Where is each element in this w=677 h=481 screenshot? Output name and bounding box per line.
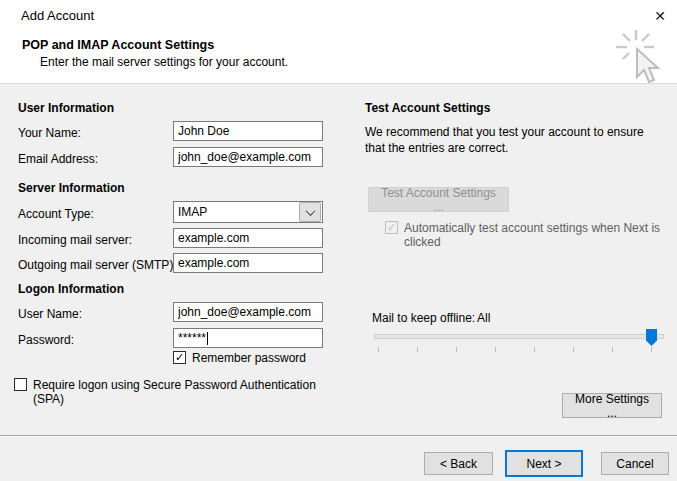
email-address-input[interactable] [173,147,323,167]
user-information-heading: User Information [18,101,114,115]
user-name-input[interactable] [173,302,323,322]
incoming-server-input[interactable] [173,228,323,248]
mail-offline-label: Mail to keep offline: [372,311,475,325]
spa-checkbox[interactable]: Require logon using Secure Password Auth… [14,378,344,406]
slider-ticks [378,347,652,352]
outgoing-server-label: Outgoing mail server (SMTP): [18,258,177,272]
outgoing-server-input[interactable] [173,253,323,273]
window-title: Add Account [21,8,94,23]
slider-thumb[interactable] [646,329,657,346]
account-type-select[interactable]: IMAP [173,201,323,223]
password-label: Password: [18,333,74,347]
incoming-server-label: Incoming mail server: [18,233,132,247]
add-account-dialog: Add Account ✕ POP and IMAP Account Setti… [0,0,677,481]
footer-highlight [0,436,677,437]
offline-slider[interactable] [374,326,664,352]
close-icon[interactable]: ✕ [648,4,672,28]
test-account-settings-heading: Test Account Settings [365,101,490,115]
email-address-label: Email Address: [18,152,98,166]
logon-information-heading: Logon Information [18,282,124,296]
remember-password-label: Remember password [192,351,306,365]
page-subtitle: Enter the mail server settings for your … [40,55,288,69]
chevron-down-icon[interactable] [299,202,321,222]
password-value: ****** [178,331,206,345]
account-type-label: Account Type: [18,207,94,221]
spa-checkbox-label: Require logon using Secure Password Auth… [33,378,333,406]
your-name-label: Your Name: [18,126,81,140]
password-input[interactable]: ****** [173,328,323,348]
next-button[interactable]: Next > [505,450,583,477]
mail-offline-value: All [477,311,490,325]
remember-password-checkbox[interactable]: ✓ Remember password [173,351,306,365]
server-information-heading: Server Information [18,181,125,195]
page-title: POP and IMAP Account Settings [22,38,214,52]
more-settings-button[interactable]: More Settings ... [562,393,662,418]
account-type-value: IMAP [178,205,207,219]
back-button[interactable]: < Back [424,452,493,475]
checkbox-check-icon: ✓ [385,221,398,234]
text-caret [207,332,208,345]
sparkle-cursor-icon [610,26,672,86]
auto-test-checkbox-label: Automatically test account settings when… [404,221,666,249]
cancel-button[interactable]: Cancel [601,452,669,475]
test-account-settings-button[interactable]: Test Account Settings ... [368,187,509,212]
user-name-label: User Name: [18,307,82,321]
test-account-settings-description: We recommend that you test your account … [365,124,665,156]
spa-checkbox-box[interactable] [14,378,27,391]
your-name-input[interactable] [173,121,323,141]
checkbox-check-icon[interactable]: ✓ [173,351,186,364]
auto-test-checkbox[interactable]: ✓ Automatically test account settings wh… [385,221,675,249]
slider-track[interactable] [374,334,664,339]
